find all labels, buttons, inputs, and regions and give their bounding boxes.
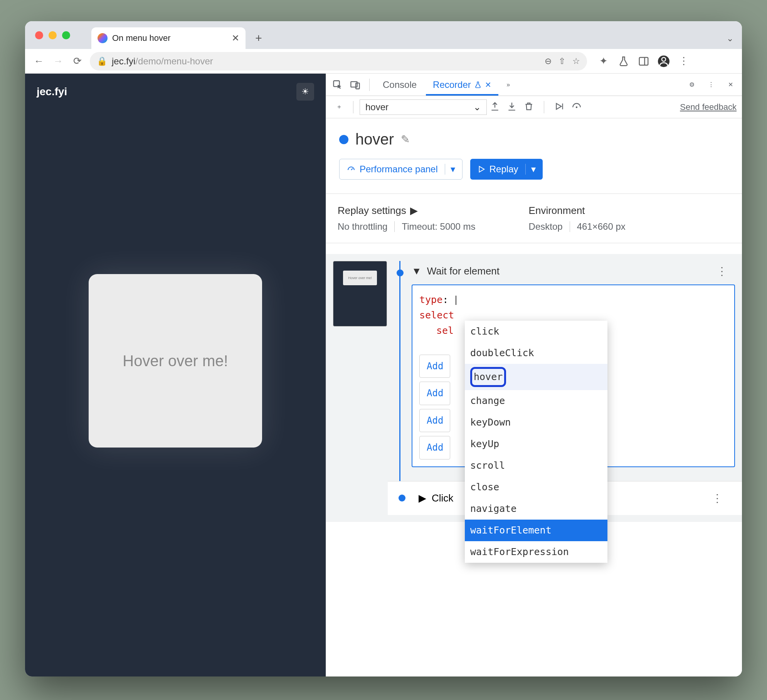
profile-avatar[interactable] xyxy=(658,56,669,67)
minimize-window-icon[interactable] xyxy=(49,31,57,39)
add-button[interactable]: Add xyxy=(419,382,450,405)
favicon-icon xyxy=(98,33,108,43)
devtools-tabstrip: Console Recorder ✕ » ⚙ ⋮ ✕ xyxy=(326,74,742,96)
omnibox[interactable]: 🔒 jec.fyi/demo/menu-hover ⊖ ⇧ ☆ xyxy=(90,52,587,71)
timeline-dot xyxy=(397,269,404,276)
hover-card[interactable]: Hover over me! xyxy=(89,274,262,448)
page-title: jec.fyi xyxy=(37,86,67,98)
add-button[interactable]: Add xyxy=(419,409,450,432)
play-icon xyxy=(477,165,486,173)
address-bar: ← → ⟳ 🔒 jec.fyi/demo/menu-hover ⊖ ⇧ ☆ ✦ … xyxy=(25,49,742,74)
settings-icon[interactable]: ⚙ xyxy=(684,77,700,93)
autocomplete-item-scroll[interactable]: scroll xyxy=(465,455,607,476)
replay-button[interactable]: Replay ▾ xyxy=(470,159,543,180)
close-devtools-icon[interactable]: ✕ xyxy=(723,77,738,93)
edit-name-icon[interactable]: ✎ xyxy=(401,133,410,146)
tab-recorder[interactable]: Recorder ✕ xyxy=(426,74,498,96)
autocomplete-item-change[interactable]: change xyxy=(465,390,607,412)
code-key-sel: sel xyxy=(436,325,454,336)
step-menu-icon[interactable]: ⋮ xyxy=(712,492,730,505)
caret-down-icon: ▼ xyxy=(412,265,422,277)
autocomplete-item-navigate[interactable]: navigate xyxy=(465,498,607,520)
zoom-out-icon[interactable]: ⊖ xyxy=(545,56,552,66)
autocomplete-item-keyDown[interactable]: keyDown xyxy=(465,412,607,433)
tabs-overflow-icon[interactable]: ⌄ xyxy=(727,34,733,44)
viewport-value: 461×660 px xyxy=(577,221,632,232)
kebab-icon[interactable]: ⋮ xyxy=(703,77,719,93)
tab-console[interactable]: Console xyxy=(376,74,424,96)
chevron-down-icon[interactable]: ▾ xyxy=(445,164,455,175)
tab-close-icon[interactable]: ✕ xyxy=(485,80,491,89)
step-click-title: Click xyxy=(432,492,453,504)
device-toggle-icon[interactable] xyxy=(348,77,363,93)
autocomplete-item-click[interactable]: click xyxy=(465,321,607,342)
theme-toggle-button[interactable]: ☀ xyxy=(296,83,314,101)
export-icon[interactable] xyxy=(490,101,500,113)
toolbar-icons: ✦ ⋮ xyxy=(598,56,690,67)
throttling-value: No throttling xyxy=(338,221,395,232)
bookmark-icon[interactable]: ☆ xyxy=(572,56,580,66)
recording-name: hover xyxy=(355,131,394,148)
performance-panel-label: Performance panel xyxy=(360,164,438,175)
step-editor[interactable]: type: select sel clickdoubleClickhoverch… xyxy=(412,284,735,467)
recording-select[interactable]: hover ⌄ xyxy=(360,99,487,115)
devtools-panel: Console Recorder ✕ » ⚙ ⋮ ✕ ＋ hover xyxy=(326,74,742,676)
add-button[interactable]: Add xyxy=(419,355,450,378)
extensions-icon[interactable]: ✦ xyxy=(598,56,609,67)
send-feedback-link[interactable]: Send feedback xyxy=(680,102,737,112)
recording-select-value: hover xyxy=(365,102,389,113)
close-window-icon[interactable] xyxy=(35,31,43,39)
autocomplete-item-hover[interactable]: hover xyxy=(465,364,607,390)
slow-replay-icon[interactable] xyxy=(571,101,582,113)
add-button[interactable]: Add xyxy=(419,436,450,459)
autocomplete-item-close[interactable]: close xyxy=(465,476,607,498)
labs-icon[interactable] xyxy=(618,56,629,67)
reload-button[interactable]: ⟳ xyxy=(71,54,84,68)
caret-right-icon: ▶ xyxy=(410,205,418,217)
side-panel-icon[interactable] xyxy=(638,56,649,67)
autocomplete-item-waitForExpression[interactable]: waitForExpression xyxy=(465,541,607,563)
autocomplete-item-doubleClick[interactable]: doubleClick xyxy=(465,342,607,364)
new-tab-button[interactable]: + xyxy=(251,30,266,46)
tab-title: On menu hover xyxy=(112,33,227,43)
autocomplete-dropdown[interactable]: clickdoubleClickhoverchangekeyDownkeyUps… xyxy=(465,321,607,563)
more-tabs-icon[interactable]: » xyxy=(501,77,516,93)
lock-icon: 🔒 xyxy=(97,56,107,66)
import-icon[interactable] xyxy=(507,101,517,113)
step-wait-for-element-header[interactable]: ▼ Wait for element ⋮ xyxy=(412,261,735,281)
code-key-selectors: select xyxy=(419,310,454,321)
gauge-icon xyxy=(346,165,356,174)
autocomplete-item-keyUp[interactable]: keyUp xyxy=(465,433,607,455)
replay-settings-title[interactable]: Replay settings ▶ xyxy=(338,205,483,217)
chevron-down-icon[interactable]: ▾ xyxy=(525,164,536,175)
browser-window: On menu hover ✕ + ⌄ ← → ⟳ 🔒 jec.fyi/demo… xyxy=(25,21,742,676)
replay-label: Replay xyxy=(489,164,518,175)
recorder-toolbar: ＋ hover ⌄ Send feedback xyxy=(326,96,742,118)
tab-close-icon[interactable]: ✕ xyxy=(232,33,239,44)
rendered-page: jec.fyi ☀ Hover over me! xyxy=(25,74,326,676)
hover-card-text: Hover over me! xyxy=(123,352,228,370)
tab-recorder-label: Recorder xyxy=(433,79,471,90)
maximize-window-icon[interactable] xyxy=(62,31,70,39)
browser-tab[interactable]: On menu hover ✕ xyxy=(91,27,246,49)
delete-icon[interactable] xyxy=(524,101,534,113)
menu-icon[interactable]: ⋮ xyxy=(678,56,690,67)
step-title: Wait for element xyxy=(427,265,500,277)
url-text: jec.fyi/demo/menu-hover xyxy=(112,56,213,67)
svg-point-2 xyxy=(662,57,666,61)
forward-button[interactable]: → xyxy=(51,54,65,68)
performance-panel-button[interactable]: Performance panel ▾ xyxy=(339,159,463,180)
step-over-icon[interactable] xyxy=(554,101,564,113)
step-thumbnail xyxy=(333,261,387,326)
new-recording-button[interactable]: ＋ xyxy=(331,99,347,115)
timeout-value: Timeout: 5000 ms xyxy=(402,221,482,232)
caret-right-icon: ▶ xyxy=(419,492,426,504)
svg-point-7 xyxy=(576,107,577,108)
autocomplete-item-waitForElement[interactable]: waitForElement xyxy=(465,520,607,541)
recording-indicator-icon xyxy=(339,135,348,144)
timeline-dot xyxy=(399,495,405,501)
back-button[interactable]: ← xyxy=(32,54,46,68)
step-menu-icon[interactable]: ⋮ xyxy=(717,265,735,278)
share-icon[interactable]: ⇧ xyxy=(558,56,565,66)
inspect-icon[interactable] xyxy=(330,77,345,93)
